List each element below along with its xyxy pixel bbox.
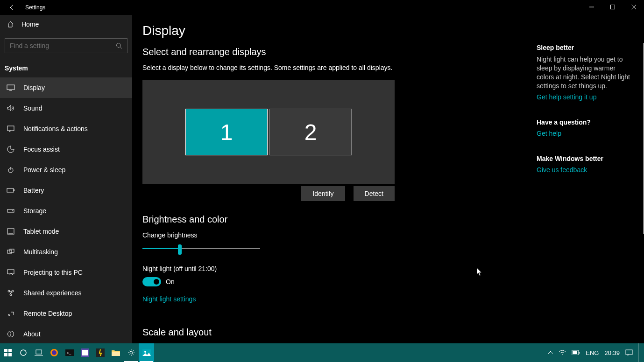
info-panel: Sleep better Night light can help you ge…	[537, 44, 635, 191]
tray-language[interactable]: ENG	[586, 349, 599, 356]
svg-rect-12	[14, 189, 14, 191]
svg-point-41	[130, 351, 133, 354]
sound-icon	[7, 104, 15, 112]
tray-clock[interactable]: 20:39	[604, 349, 620, 356]
section-scale: Scale and layout	[142, 327, 634, 338]
sidebar-item-label: Tablet mode	[23, 228, 59, 235]
svg-rect-27	[8, 349, 12, 352]
svg-point-14	[12, 210, 13, 211]
sidebar-item-display[interactable]: Display	[0, 77, 132, 98]
info-sleep-title: Sleep better	[537, 44, 635, 51]
window-title: Settings	[25, 4, 45, 11]
identify-button[interactable]: Identify	[301, 186, 345, 201]
svg-point-34	[52, 350, 57, 355]
tablet-icon	[7, 227, 15, 236]
sidebar-item-focus-assist[interactable]: Focus assist	[0, 139, 132, 160]
titlebar: Settings	[0, 0, 644, 15]
taskbar-settings[interactable]	[123, 343, 139, 362]
nightlight-state: On	[166, 278, 175, 285]
svg-rect-38	[82, 350, 88, 355]
sidebar-item-battery[interactable]: Battery	[0, 180, 132, 201]
info-feedback-title: Make Windows better	[537, 155, 635, 162]
svg-point-30	[21, 350, 26, 355]
sidebar-item-label: Notifications & actions	[23, 125, 88, 132]
display-1[interactable]: 1	[185, 109, 268, 155]
tray-wifi-icon[interactable]	[559, 350, 566, 355]
sidebar-item-tablet-mode[interactable]: Tablet mode	[0, 221, 132, 242]
sidebar-home[interactable]: Home	[0, 15, 132, 34]
taskbar-file-explorer[interactable]	[108, 343, 123, 362]
svg-rect-8	[7, 126, 14, 131]
start-button[interactable]	[0, 343, 15, 362]
power-icon	[7, 166, 15, 174]
search-input[interactable]	[5, 42, 127, 49]
sidebar-home-label: Home	[21, 21, 39, 28]
svg-point-4	[117, 43, 121, 48]
svg-rect-26	[4, 349, 7, 352]
taskbar-firefox[interactable]	[46, 343, 62, 362]
svg-point-43	[144, 351, 146, 353]
minimize-button[interactable]	[581, 0, 602, 14]
task-view-button[interactable]	[31, 343, 46, 362]
sidebar-item-label: Display	[23, 84, 45, 91]
sidebar-item-label: Multitasking	[23, 248, 58, 256]
taskbar-terminal[interactable]: >_	[62, 343, 77, 362]
show-desktop[interactable]	[638, 343, 641, 362]
sidebar-item-projecting[interactable]: Projecting to this PC	[0, 262, 132, 283]
tray-battery-icon[interactable]	[572, 350, 580, 355]
info-sleep-link[interactable]: Get help setting it up	[537, 93, 635, 101]
svg-line-5	[120, 47, 122, 49]
brightness-slider[interactable]	[142, 244, 260, 255]
info-sleep-text: Night light can help you get to sleep by…	[537, 55, 635, 90]
sidebar-item-label: Storage	[23, 207, 46, 215]
info-question-title: Have a question?	[537, 118, 635, 126]
svg-rect-47	[626, 350, 632, 355]
sidebar-item-remote-desktop[interactable]: Remote Desktop	[0, 303, 132, 324]
section-brightness: Brightness and color	[142, 214, 634, 225]
sidebar-item-power-sleep[interactable]: Power & sleep	[0, 160, 132, 180]
info-feedback-link[interactable]: Give us feedback	[537, 166, 635, 174]
sidebar-item-notifications[interactable]: Notifications & actions	[0, 118, 132, 139]
detect-button[interactable]: Detect	[354, 186, 395, 201]
shared-icon	[7, 289, 15, 297]
display-arrangement-area[interactable]: 1 2	[142, 80, 395, 184]
close-button[interactable]	[623, 0, 644, 14]
info-question-link[interactable]: Get help	[537, 130, 635, 137]
taskbar-app2[interactable]	[92, 343, 108, 362]
sidebar-item-label: Shared experiences	[23, 289, 82, 297]
cortana-button[interactable]	[15, 343, 31, 362]
sidebar-item-label: About	[23, 330, 41, 338]
display-2[interactable]: 2	[269, 109, 352, 155]
tray-action-center-icon[interactable]	[625, 349, 633, 356]
taskbar: >_ ENG 20:39	[0, 343, 644, 362]
sidebar-search[interactable]	[5, 38, 127, 53]
sidebar-item-sound[interactable]: Sound	[0, 98, 132, 118]
svg-rect-11	[7, 188, 14, 192]
sidebar-item-label: Sound	[23, 104, 42, 112]
sidebar-item-shared-experiences[interactable]: Shared experiences	[0, 283, 132, 303]
taskbar-photos[interactable]	[139, 343, 154, 362]
svg-text:>_: >_	[67, 351, 71, 355]
brightness-label: Change brightness	[142, 231, 634, 239]
maximize-button[interactable]	[602, 0, 623, 14]
focus-assist-icon	[7, 145, 15, 153]
about-icon	[7, 330, 15, 338]
sidebar-item-storage[interactable]: Storage	[0, 201, 132, 221]
nightlight-toggle[interactable]	[142, 277, 161, 286]
main-content: Display Select and rearrange displays Se…	[132, 15, 644, 343]
svg-rect-45	[579, 352, 580, 354]
back-button[interactable]	[8, 4, 16, 11]
svg-rect-46	[573, 351, 577, 354]
sidebar-item-about[interactable]: About	[0, 324, 132, 343]
tray-expand[interactable]	[548, 351, 553, 355]
taskbar-app1[interactable]	[77, 343, 92, 362]
projecting-icon	[7, 268, 15, 277]
sidebar-item-multitasking[interactable]: Multitasking	[0, 242, 132, 262]
sidebar-item-label: Projecting to this PC	[23, 269, 83, 276]
nightlight-settings-link[interactable]: Night light settings	[142, 295, 196, 303]
notifications-icon	[7, 125, 15, 133]
home-icon	[7, 21, 14, 28]
svg-rect-31	[36, 350, 42, 354]
svg-point-22	[10, 294, 12, 296]
remote-desktop-icon	[7, 309, 15, 318]
